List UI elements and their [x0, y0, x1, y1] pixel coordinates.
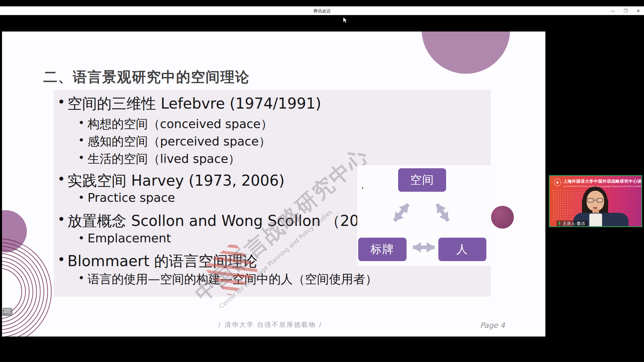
bullet-item: Blommaert 的语言空间理论	[57, 251, 257, 271]
avatar-glasses	[587, 198, 594, 202]
maximize-button[interactable]: ❐	[622, 8, 629, 13]
presenter-tool-badge[interactable]	[2, 308, 12, 316]
diagram-box-space: 空间	[398, 168, 446, 192]
footer-motto: / 清华大学 自强不息厚德载物 /	[185, 320, 356, 329]
bullet-item: 生活的空间（lived space）	[78, 151, 240, 167]
speaker-name-badge: 主讲人-董洁	[556, 221, 588, 227]
banner-text: 上海外国语大学中国外语战略研究中心讲坛 Lecture Room of Chin…	[563, 179, 642, 188]
diagram-box-space-label: 空间	[410, 172, 434, 188]
window-title: 腾讯会议	[0, 8, 644, 14]
banner-subtitle-en: Lecture Room of China Center for Languag…	[563, 185, 642, 188]
window-titlebar[interactable]: 腾讯会议 — ❐ ✕	[0, 6, 644, 15]
slide-title: 二、语言景观研究中的空间理论	[43, 68, 250, 86]
bullet-item: 放置概念 Scollon and Wong Scollon （20	[57, 211, 359, 231]
diagram-panel: 空间 标牌 人	[357, 165, 491, 266]
minimize-button[interactable]: —	[609, 8, 616, 13]
bullet-item: 语言的使用—空间的构建—空间中的人（空间使用者）	[78, 271, 377, 288]
bullet-item: Practice space	[78, 191, 175, 204]
diagram-dot	[362, 187, 363, 189]
bullet-item: 空间的三维性 Lefebvre (1974/1991)	[57, 94, 321, 114]
window-controls: — ❐ ✕	[609, 6, 642, 15]
decorative-circle-right	[491, 206, 514, 229]
desktop: { "window": { "title": "腾讯会议", "controls…	[0, 0, 644, 362]
bullet-item: 构想的空间（conceived space）	[78, 116, 273, 132]
microphone-icon	[558, 221, 561, 226]
diagram-box-person-label: 人	[457, 242, 469, 257]
banner-logo-icon: ◉	[554, 179, 561, 186]
bullet-item: Emplacement	[78, 231, 171, 245]
mouse-cursor	[343, 17, 347, 24]
decorative-rings	[2, 235, 55, 337]
banner-title-cn: 上海外国语大学中国外语战略研究中心讲坛	[563, 179, 642, 184]
decorative-circle-topright	[422, 32, 510, 74]
avatar-shirt	[589, 214, 602, 227]
bullet-item: 实践空间 Harvey (1973, 2006)	[57, 171, 285, 191]
avatar-glasses	[597, 198, 603, 202]
presenter-video-thumbnail[interactable]: ◉ 上海外国语大学中国外语战略研究中心讲坛 Lecture Room of Ch…	[549, 175, 642, 227]
bullet-item: 感知的空间（perceived space）	[78, 133, 271, 150]
page-number: Page 4	[480, 321, 505, 329]
diagram-box-sign: 标牌	[358, 238, 407, 261]
presentation-slide: 二、语言景观研究中的空间理论 空间的三维性 Lefebvre (1974/199…	[2, 32, 545, 337]
diagram-box-sign-label: 标牌	[370, 242, 394, 257]
speaker-name-label: 主讲人-董洁	[562, 221, 585, 227]
video-banner: ◉ 上海外国语大学中国外语战略研究中心讲坛 Lecture Room of Ch…	[554, 179, 642, 188]
shared-screen-stage: 二、语言景观研究中的空间理论 空间的三维性 Lefebvre (1974/199…	[0, 15, 644, 362]
close-button[interactable]: ✕	[635, 8, 642, 13]
diagram-box-person: 人	[438, 238, 486, 261]
